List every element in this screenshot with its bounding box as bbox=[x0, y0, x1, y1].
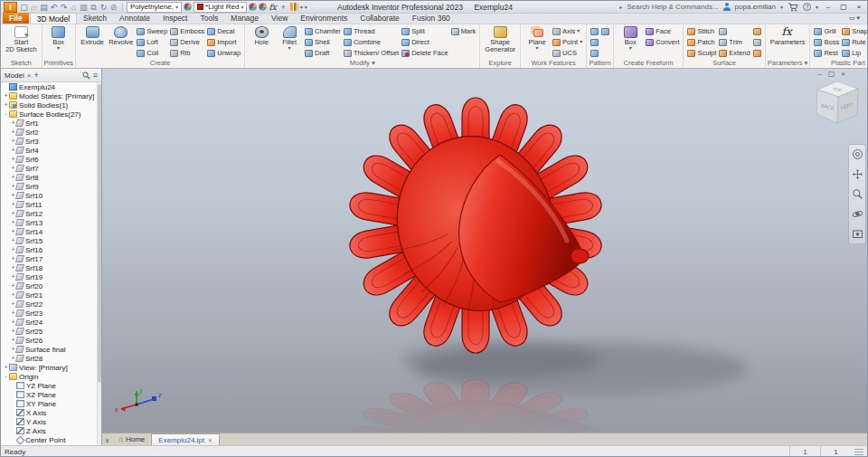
material-dropdown[interactable]: Polyethylene, ▾ bbox=[127, 2, 182, 13]
save-icon[interactable]: ▤ bbox=[39, 2, 49, 13]
doc-tab-exemplu24-ipt[interactable]: Exemplu24.ipt× bbox=[151, 433, 219, 445]
doc-close-button[interactable]: × bbox=[841, 70, 845, 78]
tree-item-srf20[interactable]: +Srf20 bbox=[1, 281, 97, 290]
tree-item-srf24[interactable]: +Srf24 bbox=[1, 318, 97, 327]
tree-item-srf25[interactable]: +Srf25 bbox=[1, 327, 97, 336]
surface-misc-2-button[interactable] bbox=[753, 37, 761, 47]
tree-item-srf11[interactable]: +Srf11 bbox=[1, 200, 97, 209]
tree-item-origin[interactable]: -Origin bbox=[1, 372, 97, 381]
clear-appearance-icon[interactable] bbox=[259, 3, 267, 11]
start-2d-sketch-button[interactable]: Start 2D Sketch bbox=[5, 26, 38, 53]
add-panel-icon[interactable]: + bbox=[33, 71, 38, 80]
convert-button[interactable]: Convert bbox=[646, 37, 679, 47]
thread-button[interactable]: Thread bbox=[344, 26, 399, 36]
stitch-button[interactable]: Stitch bbox=[687, 26, 716, 36]
expander-icon[interactable]: - bbox=[3, 372, 9, 381]
browser-tab-label[interactable]: Model bbox=[5, 71, 24, 80]
tree-item-srf4[interactable]: +Srf4 bbox=[1, 146, 97, 155]
extend-button[interactable]: Extend bbox=[719, 48, 750, 58]
browser-scrollbar[interactable] bbox=[97, 82, 101, 445]
split-button[interactable]: Split bbox=[401, 26, 448, 36]
rectangular-pattern-button[interactable] bbox=[590, 26, 599, 36]
tree-item-surface-final[interactable]: +Surface final bbox=[1, 345, 97, 354]
tab-view[interactable]: View bbox=[265, 13, 294, 24]
tab-manage[interactable]: Manage bbox=[224, 13, 265, 24]
grill-button[interactable]: Grill bbox=[814, 26, 839, 36]
lip-button[interactable]: Lip bbox=[842, 48, 867, 58]
loft-button[interactable]: Loft bbox=[137, 37, 167, 47]
close-icon[interactable]: × bbox=[208, 436, 212, 444]
shape-generator-button[interactable]: Shape Generator bbox=[484, 26, 516, 53]
tree-item-surface-bodies-27[interactable]: -Surface Bodies(27) bbox=[1, 109, 97, 119]
tree-item-srf8[interactable]: +Srf8 bbox=[1, 173, 97, 182]
full-navigation-wheel-button[interactable] bbox=[852, 148, 863, 160]
doc-minimize-button[interactable]: – bbox=[817, 70, 821, 78]
status-grid-icon[interactable] bbox=[854, 449, 863, 456]
rib-button[interactable]: Rib bbox=[170, 48, 204, 58]
parameters-button[interactable]: Parameters bbox=[769, 26, 807, 46]
face-button[interactable]: Face bbox=[646, 26, 679, 36]
parameters-fx-icon[interactable]: fx bbox=[269, 3, 276, 12]
view-cube[interactable]: TOP BACK LEFT bbox=[813, 78, 862, 138]
tree-item-y-axis[interactable]: Y Axis bbox=[1, 417, 97, 426]
doc-tab-home[interactable]: ⌂Home bbox=[112, 433, 151, 445]
sweep-button[interactable]: Sweep bbox=[137, 26, 167, 36]
tree-item-xy-plane[interactable]: XY Plane bbox=[1, 399, 97, 408]
tab-collaborate[interactable]: Collaborate bbox=[354, 13, 405, 24]
hamburger-menu-icon[interactable]: ≡ bbox=[93, 71, 98, 80]
undo-icon[interactable]: ↶ bbox=[49, 2, 59, 13]
tab-overflow-icon[interactable]: ∨ bbox=[105, 437, 109, 444]
decal-button[interactable]: Decal bbox=[207, 26, 241, 36]
tree-item-srf1[interactable]: +Srf1 bbox=[1, 119, 97, 128]
tree-item-srf13[interactable]: +Srf13 bbox=[1, 218, 97, 227]
tab-environments[interactable]: Environments bbox=[294, 13, 354, 24]
add-icon[interactable]: + bbox=[278, 2, 288, 13]
boss-button[interactable]: Boss bbox=[814, 37, 839, 47]
search-input[interactable]: Search Help & Commands... bbox=[627, 3, 718, 11]
mark-button[interactable]: Mark bbox=[451, 26, 476, 36]
minimize-button[interactable]: – bbox=[823, 3, 834, 11]
search-expand-icon[interactable]: ▸ bbox=[619, 4, 622, 10]
tree-item-srf18[interactable]: +Srf18 bbox=[1, 263, 97, 272]
tree-item-srf6[interactable]: +Srf6 bbox=[1, 155, 97, 164]
tree-item-srf14[interactable]: +Srf14 bbox=[1, 227, 97, 236]
store-cart-icon[interactable] bbox=[788, 3, 798, 12]
group-label-modify[interactable]: Modify ▾ bbox=[245, 59, 479, 68]
chevron-down-icon[interactable]: ▾ bbox=[780, 4, 783, 10]
rest-button[interactable]: Rest bbox=[814, 48, 839, 58]
rule-fillet-button[interactable]: Rule Fillet bbox=[842, 37, 867, 47]
sketch-driven-pattern-button[interactable] bbox=[590, 48, 599, 58]
trim-button[interactable]: Trim bbox=[719, 37, 750, 47]
tree-item-srf21[interactable]: +Srf21 bbox=[1, 290, 97, 300]
tree-item-model-states-primary[interactable]: +Model States: [Primary] bbox=[1, 91, 97, 100]
tree-item-srf22[interactable]: +Srf22 bbox=[1, 300, 97, 309]
sculpt-button[interactable]: Sculpt bbox=[687, 48, 716, 58]
tree-item-yz-plane[interactable]: YZ Plane bbox=[1, 381, 97, 390]
combine-button[interactable]: Combine bbox=[344, 37, 399, 47]
tree-item-solid-bodies-1[interactable]: +Solid Bodies(1) bbox=[1, 100, 97, 109]
expander-icon[interactable]: + bbox=[3, 363, 9, 372]
pan-button[interactable] bbox=[852, 168, 863, 180]
tree-item-center-point[interactable]: Center Point bbox=[1, 435, 97, 444]
tab-fusion-360[interactable]: Fusion 360 bbox=[406, 13, 457, 24]
tree-item-srf3[interactable]: +Srf3 bbox=[1, 137, 97, 146]
shell-button[interactable]: Shell bbox=[305, 37, 341, 47]
patch-button[interactable]: Patch bbox=[687, 37, 716, 47]
tab-3d-model[interactable]: 3D Model bbox=[30, 13, 77, 24]
copy-icon[interactable]: ⧉ bbox=[89, 2, 99, 13]
tab-sketch[interactable]: Sketch bbox=[77, 13, 113, 24]
look-at-button[interactable] bbox=[852, 228, 863, 240]
doc-restore-button[interactable]: ▢ bbox=[828, 70, 835, 78]
axis-button[interactable]: Axis▾ bbox=[552, 26, 582, 36]
tree-item-srf15[interactable]: +Srf15 bbox=[1, 236, 97, 245]
adjust-appearance-icon[interactable] bbox=[249, 3, 257, 11]
appearance-dropdown[interactable]: *Light Red ▾ bbox=[193, 2, 247, 13]
tree-item-xz-plane[interactable]: XZ Plane bbox=[1, 390, 97, 399]
chevron-down-icon[interactable]: ▾ bbox=[816, 4, 818, 10]
expander-icon[interactable]: + bbox=[3, 91, 9, 100]
mirror-button[interactable] bbox=[601, 26, 609, 36]
help-icon[interactable] bbox=[803, 3, 811, 11]
tree-item-srf10[interactable]: +Srf10 bbox=[1, 191, 97, 200]
ruled-surface-button[interactable] bbox=[719, 26, 750, 36]
derive-button[interactable]: Derive bbox=[170, 37, 204, 47]
